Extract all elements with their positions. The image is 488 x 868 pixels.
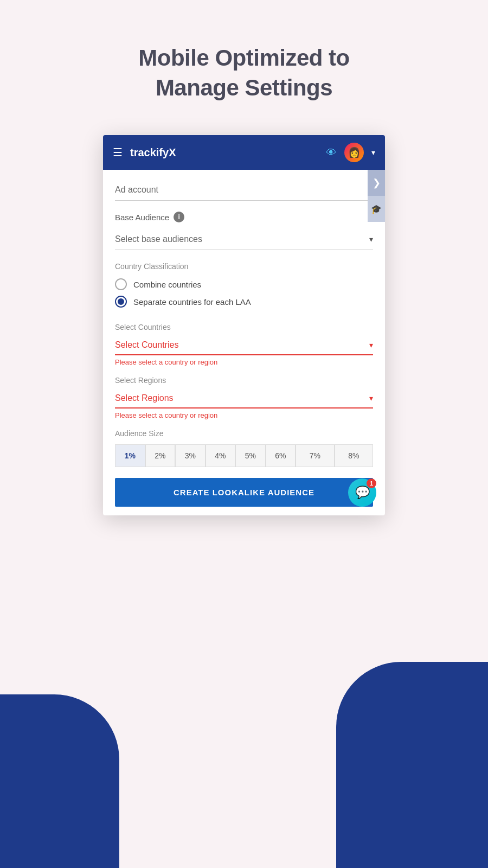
select-regions-error: Please select a country or region: [115, 411, 373, 419]
side-panel-arrow[interactable]: ❯: [368, 170, 385, 196]
select-regions-section: Select Regions Select Regions ▾ Please s…: [115, 376, 373, 419]
audience-size-section: Audience Size 1% 2% 3% 4% 5% 6% 7% 8%: [115, 429, 373, 469]
country-classification-label: Country Classification: [115, 262, 373, 271]
separate-countries-radio[interactable]: Separate countries for each LAA: [115, 296, 373, 308]
bg-shape-left: [0, 694, 119, 868]
select-regions-placeholder: Select Regions: [115, 393, 174, 403]
info-icon[interactable]: i: [174, 212, 184, 222]
pct-btn-7[interactable]: 7%: [296, 444, 335, 467]
select-countries-dropdown[interactable]: Select Countries ▾: [115, 336, 373, 355]
base-audience-section: Base Audience i Select base audiences ▾: [115, 212, 373, 262]
pct-btn-3[interactable]: 3%: [175, 444, 206, 467]
phone-mockup: ☰ trackifyX 👁 👩 ▾ ❯ 🎓 Ad account ▾: [103, 135, 385, 515]
select-regions-chevron-icon: ▾: [369, 394, 373, 403]
percentage-row: 1% 2% 3% 4% 5% 6% 7% 8%: [115, 444, 373, 467]
ad-account-dropdown[interactable]: Ad account ▾: [115, 180, 373, 201]
base-audience-placeholder: Select base audiences: [115, 234, 202, 244]
ad-account-label: Ad account: [115, 185, 158, 195]
separate-countries-label: Separate countries for each LAA: [133, 297, 251, 307]
pct-btn-8[interactable]: 8%: [335, 444, 374, 467]
combine-countries-radio-outer: [115, 278, 127, 290]
app-logo: trackifyX: [130, 146, 318, 159]
create-lookalike-audience-button[interactable]: CREATE LOOKALIKE AUDIENCE: [115, 478, 373, 507]
separate-countries-radio-inner: [118, 298, 124, 305]
pct-btn-5[interactable]: 5%: [235, 444, 266, 467]
bg-shape-right: [336, 662, 488, 868]
audience-size-label: Audience Size: [115, 429, 373, 438]
country-classification-section: Country Classification Combine countries…: [115, 262, 373, 323]
combine-countries-label: Combine countries: [133, 280, 201, 289]
side-panel-grad-icon: 🎓: [368, 196, 385, 222]
ad-account-field: Ad account ▾: [115, 180, 373, 201]
base-audience-label-row: Base Audience i: [115, 212, 373, 222]
chat-icon: 💬: [355, 486, 370, 500]
eye-icon[interactable]: 👁: [326, 146, 337, 159]
chat-bubble[interactable]: 💬 1: [348, 478, 376, 507]
base-audience-chevron-icon: ▾: [369, 235, 373, 244]
pct-btn-1[interactable]: 1%: [115, 444, 145, 467]
separate-countries-radio-outer: [115, 296, 127, 308]
select-countries-error: Please select a country or region: [115, 358, 373, 366]
country-classification-radio-group: Combine countries Separate countries for…: [115, 278, 373, 308]
menu-icon[interactable]: ☰: [113, 146, 123, 159]
chevron-down-icon[interactable]: ▾: [371, 148, 375, 157]
combine-countries-radio[interactable]: Combine countries: [115, 278, 373, 290]
select-countries-chevron-icon: ▾: [369, 341, 373, 349]
select-regions-dropdown[interactable]: Select Regions ▾: [115, 389, 373, 409]
chat-badge: 1: [367, 478, 376, 488]
select-countries-section-label: Select Countries: [115, 323, 373, 331]
form-area: Ad account ▾ Base Audience i Select base…: [103, 170, 385, 469]
pct-btn-2[interactable]: 2%: [145, 444, 176, 467]
avatar[interactable]: 👩: [344, 143, 364, 162]
base-audience-label: Base Audience: [115, 213, 169, 222]
pct-btn-4[interactable]: 4%: [206, 444, 236, 467]
base-audience-dropdown[interactable]: Select base audiences ▾: [115, 229, 373, 250]
select-regions-section-label: Select Regions: [115, 376, 373, 385]
page-title: Mobile Optimized to Manage Settings: [0, 0, 488, 135]
pct-btn-6[interactable]: 6%: [266, 444, 296, 467]
select-countries-placeholder: Select Countries: [115, 340, 178, 350]
navbar: ☰ trackifyX 👁 👩 ▾: [103, 135, 385, 170]
select-countries-section: Select Countries Select Countries ▾ Plea…: [115, 323, 373, 366]
